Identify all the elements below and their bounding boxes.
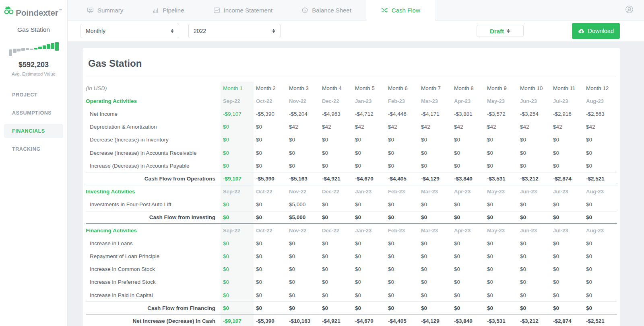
- value-cell: $0: [518, 214, 551, 220]
- value-cell: $0: [419, 305, 452, 311]
- download-button-label: Download: [588, 28, 614, 34]
- date-cell: Jul-23: [551, 189, 584, 195]
- date-cell: Jun-23: [518, 228, 551, 234]
- spark-bar: [30, 49, 33, 50]
- cash-flow-card: Gas Station (In USD)Month 1Month 2Month …: [83, 48, 620, 326]
- value-cell: $0: [254, 279, 287, 285]
- value-cell: $0: [419, 253, 452, 259]
- value-cell: -$4,405: [386, 318, 419, 324]
- value-cell: $0: [254, 150, 287, 156]
- value-cell: $0: [320, 163, 353, 169]
- brand-tm: ™: [59, 8, 62, 12]
- value-cell: $0: [287, 240, 320, 246]
- value-cell: -$4,921: [320, 176, 353, 182]
- tab-pipeline[interactable]: Pipeline: [138, 0, 198, 20]
- table-row: Financing ActivitiesSep-22Oct-22Nov-22De…: [86, 224, 617, 237]
- value-cell: $0: [518, 150, 551, 156]
- value-cell: $0: [452, 201, 485, 207]
- value-cell: $0: [452, 266, 485, 272]
- year-select[interactable]: 2022: [188, 24, 281, 38]
- date-cell: Sep-22: [221, 185, 254, 198]
- value-cell: $0: [551, 279, 584, 285]
- value-cell: -$5,390: [254, 176, 287, 182]
- user-menu[interactable]: [625, 0, 634, 21]
- sidebar-item-financials[interactable]: FINANCIALS: [4, 124, 63, 138]
- value-cell: $0: [353, 137, 386, 143]
- value-cell: -$2,874: [551, 318, 584, 324]
- unit-note: (In USD): [86, 85, 221, 91]
- value-cell: -$5,163: [287, 176, 320, 182]
- tab-cash-flow[interactable]: Cash Flow: [366, 0, 435, 21]
- value-cell: $0: [254, 201, 287, 207]
- status-select[interactable]: Draft: [477, 25, 524, 37]
- value-cell: $0: [452, 163, 485, 169]
- tab-balance-sheet[interactable]: Balance Sheet: [287, 0, 366, 20]
- value-cell: $0: [287, 279, 320, 285]
- value-cell: $0: [353, 292, 386, 298]
- value-cell: $0: [452, 292, 485, 298]
- date-cell: Sep-22: [221, 94, 254, 107]
- value-cell: -$2,521: [584, 318, 617, 324]
- tab-summary[interactable]: Summary: [72, 0, 138, 20]
- value-cell: $0: [254, 214, 287, 220]
- value-cell: -$4,670: [353, 176, 386, 182]
- value-cell: $0: [485, 305, 518, 311]
- row-label: Cash Flow from Operations: [86, 176, 221, 182]
- value-cell: $0: [254, 137, 287, 143]
- row-label: Increase in Preferred Stock: [86, 279, 221, 285]
- spark-bar: [9, 49, 12, 56]
- value-cell: $0: [551, 150, 584, 156]
- sidebar-item-project[interactable]: PROJECT: [4, 88, 63, 102]
- tab-income-statement[interactable]: Income Statement: [199, 0, 287, 20]
- value-cell: -$2,521: [584, 176, 617, 182]
- value-cell: $0: [584, 253, 617, 259]
- value-cell: $0: [485, 201, 518, 207]
- table-row: Net Increase (Decrease) In Cash-$9,107-$…: [86, 314, 617, 326]
- brand-logo[interactable]: Poindexter™: [0, 0, 67, 17]
- value-cell: $0: [386, 137, 419, 143]
- tab-label: Summary: [97, 7, 123, 14]
- value-cell: -$2,874: [551, 176, 584, 182]
- date-cell: Oct-22: [254, 189, 287, 195]
- sidebar-item-assumptions[interactable]: ASSUMPTIONS: [4, 106, 63, 120]
- value-cell: $0: [287, 305, 320, 311]
- date-cell: May-23: [485, 228, 518, 234]
- table-row: Operating ActivitiesSep-22Oct-22Nov-22De…: [86, 94, 617, 107]
- date-cell: Jan-23: [353, 189, 386, 195]
- value-cell: $0: [452, 279, 485, 285]
- value-cell: $0: [551, 305, 584, 311]
- value-cell: $0: [485, 214, 518, 220]
- value-cell: $42: [287, 124, 320, 130]
- column-header: Month 11: [551, 85, 584, 91]
- value-cell: $0: [518, 163, 551, 169]
- value-cell: $0: [353, 266, 386, 272]
- value-cell: $0: [221, 198, 254, 211]
- value-cell: $0: [551, 266, 584, 272]
- value-cell: $42: [518, 124, 551, 130]
- tab-label: Cash Flow: [392, 7, 420, 14]
- value-cell: $0: [353, 201, 386, 207]
- sidebar-nav: PROJECTASSUMPTIONSFINANCIALSTRACKING: [0, 88, 67, 156]
- value-cell: $0: [518, 201, 551, 207]
- bar-chart-icon: [152, 7, 159, 14]
- value-cell: -$4,670: [353, 318, 386, 324]
- date-cell: Nov-22: [287, 98, 320, 104]
- date-cell: Oct-22: [254, 98, 287, 104]
- value-cell: $0: [221, 133, 254, 146]
- value-cell: $42: [386, 124, 419, 130]
- value-cell: $0: [221, 237, 254, 250]
- estimated-value-caption: Avg. Estimated Value: [0, 72, 67, 76]
- value-cell: $0: [551, 240, 584, 246]
- period-select[interactable]: Monthly: [80, 24, 179, 38]
- value-cell: $0: [320, 266, 353, 272]
- row-label: Cash Flow from Financing: [86, 305, 221, 311]
- value-cell: $0: [419, 150, 452, 156]
- table-row: Increase (Decrease) in Accounts Payable$…: [86, 159, 617, 172]
- sidebar-item-tracking[interactable]: TRACKING: [4, 142, 63, 156]
- download-button[interactable]: Download: [572, 23, 620, 39]
- value-cell: $0: [287, 137, 320, 143]
- value-cell: $0: [320, 292, 353, 298]
- table-row: Investing ActivitiesSep-22Oct-22Nov-22De…: [86, 185, 617, 198]
- value-cell: $0: [452, 150, 485, 156]
- brand-name: Poindexter: [16, 8, 58, 17]
